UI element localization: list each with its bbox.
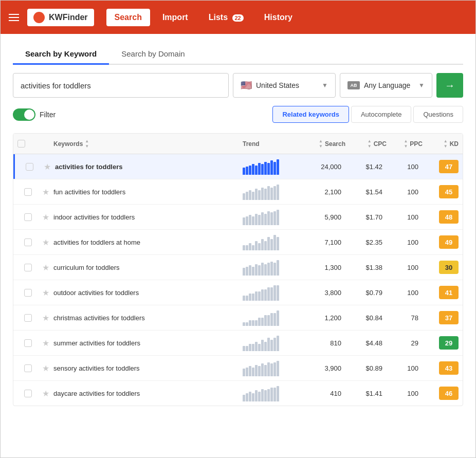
language-arrow-icon: ▼: [418, 82, 425, 89]
row-search-value: 2,100: [299, 188, 345, 196]
hamburger-menu[interactable]: [9, 14, 19, 21]
row-checkbox-input[interactable]: [24, 339, 32, 347]
lists-badge: 22: [232, 14, 244, 22]
row-checkbox-input[interactable]: [24, 213, 32, 221]
table-row-wrapper: ★activities for toddlers at home7,100$2.…: [13, 230, 463, 255]
row-keyword-text: daycare activities for toddlers: [53, 390, 243, 397]
col-search[interactable]: ▲▼ Search: [299, 139, 345, 149]
row-star[interactable]: ★: [40, 162, 55, 172]
row-kd-badge: 43: [423, 361, 459, 375]
table-row[interactable]: ★daycare activities for toddlers410$1.41…: [13, 381, 463, 406]
table-row[interactable]: ★curriculum for toddlers1,300$1.3810030: [13, 255, 463, 280]
row-checkbox: [17, 264, 38, 271]
search-button[interactable]: →: [436, 73, 463, 98]
nav-import[interactable]: Import: [154, 9, 196, 26]
nav-search[interactable]: Search: [106, 9, 150, 26]
kd-value: 48: [439, 210, 459, 224]
keyword-input[interactable]: [13, 73, 229, 98]
row-kd-badge: 49: [423, 235, 459, 249]
tab-domain[interactable]: Search by Domain: [109, 44, 197, 65]
row-checkbox: [17, 188, 38, 196]
autocomplete-button[interactable]: Autocomplete: [351, 106, 412, 123]
row-checkbox-input[interactable]: [24, 289, 32, 297]
table-row[interactable]: ★christmas activities for toddlers1,200$…: [13, 305, 463, 330]
search-arrow-icon: →: [445, 80, 455, 91]
table-body: ★activities for toddlers24,000$1.4210047…: [13, 154, 463, 406]
table-row-wrapper: ★christmas activities for toddlers1,200$…: [13, 305, 463, 331]
col-keywords[interactable]: Keywords ▲▼: [53, 139, 243, 149]
keyword-type-buttons: Related keywords Autocomplete Questions: [272, 106, 463, 123]
row-checkbox-input[interactable]: [24, 188, 32, 196]
row-checkbox-input[interactable]: [26, 163, 33, 171]
row-star[interactable]: ★: [38, 288, 53, 298]
row-kd-badge: 41: [423, 286, 459, 299]
row-checkbox: [17, 213, 38, 221]
filter-row: Filter Related keywords Autocomplete Que…: [13, 106, 463, 123]
row-trend: [243, 234, 299, 250]
row-cpc-value: $1.70: [345, 213, 387, 221]
row-trend: [243, 284, 299, 301]
table-row-wrapper: ★daycare activities for toddlers410$1.41…: [13, 381, 463, 406]
row-cpc-value: $0.79: [345, 289, 387, 297]
row-checkbox: [17, 314, 38, 322]
col-kd[interactable]: ▲▼ KD: [423, 139, 459, 149]
country-arrow-icon: ▼: [322, 82, 328, 89]
row-star[interactable]: ★: [38, 363, 53, 373]
col-checkbox: [17, 140, 38, 148]
table-row-wrapper: ★fun activities for toddlers2,100$1.5410…: [13, 179, 463, 205]
row-ppc-value: 100: [387, 390, 423, 397]
table-row[interactable]: ★outdoor activities for toddlers3,800$0.…: [13, 280, 463, 305]
col-cpc[interactable]: ▲▼ CPC: [345, 139, 387, 149]
row-checkbox-input[interactable]: [24, 239, 32, 246]
table-row[interactable]: ★summer activities for toddlers810$4.482…: [13, 331, 463, 355]
language-select[interactable]: AB Any Language ▼: [340, 73, 432, 98]
row-star[interactable]: ★: [38, 212, 53, 222]
col-ppc[interactable]: ▲▼ PPC: [387, 139, 423, 149]
col-search-label: Search: [325, 140, 345, 148]
country-select[interactable]: 🇺🇸 United States ▼: [233, 73, 336, 98]
row-ppc-value: 100: [387, 289, 423, 297]
row-checkbox-input[interactable]: [24, 264, 32, 271]
row-ppc-value: 100: [387, 213, 423, 221]
row-keyword-text: outdoor activities for toddlers: [53, 289, 243, 297]
related-keywords-button[interactable]: Related keywords: [272, 106, 349, 123]
row-checkbox-input[interactable]: [24, 390, 32, 397]
row-checkbox-input[interactable]: [24, 364, 32, 372]
row-star[interactable]: ★: [38, 237, 53, 247]
row-checkbox-input[interactable]: [24, 314, 32, 322]
row-star[interactable]: ★: [38, 187, 53, 197]
row-cpc-value: $1.42: [345, 163, 387, 171]
row-star[interactable]: ★: [38, 263, 53, 272]
filter-label: Filter: [40, 111, 56, 119]
row-trend: [243, 335, 299, 351]
tab-keyword[interactable]: Search by Keyword: [13, 44, 109, 65]
questions-button[interactable]: Questions: [413, 106, 463, 123]
row-star[interactable]: ★: [38, 313, 53, 323]
nav-lists[interactable]: Lists 22: [200, 9, 252, 26]
row-keyword-text: fun activities for toddlers: [53, 188, 243, 196]
row-keyword-text: activities for toddlers at home: [53, 239, 243, 246]
row-kd-badge: 47: [423, 160, 459, 173]
toggle-knob: [24, 109, 34, 120]
filter-toggle[interactable]: [13, 108, 35, 121]
table-row-wrapper: ★sensory activities for toddlers3,900$0.…: [13, 356, 463, 381]
row-kd-badge: 46: [423, 387, 459, 400]
row-search-value: 410: [299, 390, 345, 397]
search-sort-icon: ▲▼: [319, 139, 323, 149]
table-row[interactable]: ★fun activities for toddlers2,100$1.5410…: [13, 179, 463, 204]
nav-history[interactable]: History: [256, 9, 301, 26]
row-ppc-value: 29: [387, 339, 423, 347]
select-all-checkbox[interactable]: [17, 140, 25, 148]
row-trend: [243, 259, 299, 276]
table-row[interactable]: ★indoor activities for toddlers5,900$1.7…: [13, 205, 463, 229]
row-trend: [243, 184, 299, 200]
kd-value: 47: [439, 160, 459, 173]
table-row[interactable]: ★activities for toddlers24,000$1.4210047: [13, 154, 463, 179]
row-star[interactable]: ★: [38, 338, 53, 348]
search-row: 🇺🇸 United States ▼ AB Any Language ▼ →: [13, 73, 463, 98]
table-row[interactable]: ★sensory activities for toddlers3,900$0.…: [13, 356, 463, 380]
kd-value: 41: [439, 286, 459, 299]
table-row[interactable]: ★activities for toddlers at home7,100$2.…: [13, 230, 463, 254]
row-ppc-value: 100: [387, 239, 423, 246]
row-star[interactable]: ★: [38, 389, 53, 398]
